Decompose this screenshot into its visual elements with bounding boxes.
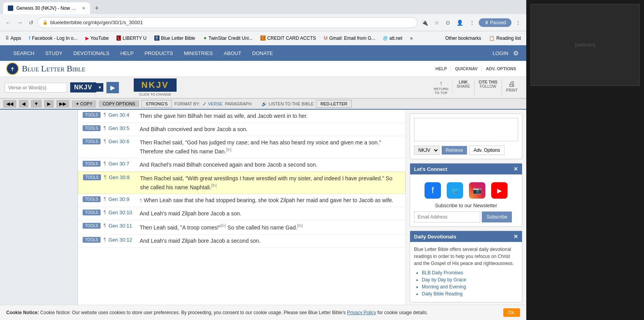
more-button[interactable]: ⋮ [467,18,477,27]
down-button[interactable]: ▼ [31,100,42,108]
tools-button-gen30-6[interactable]: TOOLS [83,139,101,144]
devotional-item-2[interactable]: Morning and Evening [422,284,518,290]
nkjv-subtitle[interactable]: CLICK TO CHANGE [134,92,177,96]
copy-options-button[interactable]: COPY OPTIONS [99,100,139,107]
verse-ref-gen30-7[interactable]: Gen 30:7 [108,161,140,167]
bookmark-liberty[interactable]: L LIBERTY U [114,34,149,42]
bookmark-apps[interactable]: ⠿ Apps [3,34,23,42]
nav-about[interactable]: ABOUT [218,45,247,61]
prev-page-button[interactable]: ◀ [19,100,28,108]
forward-button[interactable]: → [15,18,25,27]
bookmark-reading-list[interactable]: 📋 Reading list [487,34,523,42]
privacy-policy-link[interactable]: Privacy Policy [347,310,376,315]
verse-ref-gen30-4[interactable]: Gen 30:4 [108,112,140,118]
devotional-item-0[interactable]: BLB Daily Promises [422,270,518,276]
verse-format-active[interactable]: ✓ VERSE [202,101,223,107]
listen-button[interactable]: 🔊 LISTEN TO THE BIBLE [262,101,314,107]
nav-devotionals[interactable]: DEVOTIONALS [68,45,115,61]
subscribe-button[interactable]: Subscribe [482,212,512,222]
verse-ref-gen30-6[interactable]: Gen 30:6 [108,139,140,144]
bookmark-other[interactable]: Other bookmarks [443,34,483,42]
tools-button-gen30-10[interactable]: TOOLS [83,210,101,215]
verse-ref-gen30-8[interactable]: Gen 30:8 [109,174,140,180]
version-arrow[interactable]: ▾ [96,83,103,92]
version-selector[interactable]: NKJV ▾ [70,82,103,92]
first-page-button[interactable]: ◀◀ [3,100,16,108]
bookmark-twinstar[interactable]: ✦ TwinStar Credit Uni... [201,34,255,42]
version-select[interactable]: NKJV [414,146,439,155]
cookie-ok-button[interactable]: Ok. [503,308,520,317]
nav-study[interactable]: STUDY [40,45,68,61]
bookmark-gmail[interactable]: M Gmail: Email from G... [322,34,378,42]
cite-button[interactable]: CITE THIS FOLLOW [474,78,502,96]
tools-button-gen30-8[interactable]: TOOLS [83,174,101,180]
tab-close-button[interactable]: ✕ [82,6,85,11]
active-tab[interactable]: Genesis 30 (NKJV) - Now when... ✕ [3,2,90,14]
tools-button-gen30-11[interactable]: TOOLS [83,223,101,229]
daily-devotionals-close[interactable]: ✕ [513,233,518,240]
bookmark-facebook[interactable]: f Facebook - Log In o... [27,34,80,42]
listen-icon: 🔊 [262,101,267,107]
search-textarea[interactable] [414,118,518,141]
return-to-top-button[interactable]: ↑ RETURN TO TOP [430,78,453,96]
nav-donate[interactable]: DONATE [247,45,278,61]
quicknav-section[interactable]: QUICKNAV [451,66,482,72]
bookmark-creditcard[interactable]: C CREDIT CARD ACCTS [258,34,318,42]
devotional-item-1[interactable]: Day by Day by Grace [422,277,518,283]
tools-button-gen30-4[interactable]: TOOLS [83,112,101,118]
devotional-item-3[interactable]: Daily Bible Reading [422,291,518,297]
tools-button-gen30-7[interactable]: TOOLS [83,161,101,167]
address-bar[interactable]: 🔒 blueletterbible.org/nkjv/gen/30/1/s_30… [37,17,418,28]
verse-ref-gen30-11[interactable]: Gen 30:11 [108,223,140,229]
copy-button[interactable]: ✦ COPY [72,100,96,108]
paused-button[interactable]: ⏸ Paused [479,18,511,27]
chrome-menu-button[interactable]: ⋮ [513,18,523,27]
verse-search-input[interactable] [5,83,67,92]
ref-icon-gen30-9: ¶ [104,196,106,202]
verse-ref-gen30-10[interactable]: Gen 30:10 [108,210,140,215]
next-page-button[interactable]: ▶ [44,100,54,108]
bookmark-button[interactable]: ☆ [432,18,442,27]
retrieve-button[interactable]: Retrieve [442,146,467,155]
ref-icon-gen30-4: ¶ [104,112,106,117]
adv-options-button[interactable]: Adv. Options [469,146,504,155]
profile-button[interactable]: 👤 [454,18,465,27]
bookmark-youtube[interactable]: ▶ YouTube [83,34,111,42]
facebook-social-icon[interactable]: f [425,182,441,199]
bookmark-blb[interactable]: B Blue Letter Bible [152,34,198,42]
lets-connect-close[interactable]: ✕ [513,166,518,172]
nav-help[interactable]: HELP [115,45,139,61]
nav-search[interactable]: SEARCH [8,45,40,61]
verse-ref-gen30-9[interactable]: Gen 30:9 [108,196,140,202]
adv-options-section[interactable]: ADV. OPTIONS [482,66,520,72]
print-button[interactable]: 🖨 PRINT [502,78,522,96]
liberty-favicon: L [117,36,121,41]
verse-ref-gen30-5[interactable]: Gen 30:5 [108,125,140,131]
settings-icon[interactable]: ⚙ [513,50,518,57]
reload-button[interactable]: ↺ [27,18,36,27]
nav-ministries[interactable]: MINISTRIES [179,45,218,61]
twitter-social-icon[interactable]: 🐦 [447,182,463,199]
tools-button-gen30-9[interactable]: TOOLS [83,196,101,202]
strongs-button[interactable]: STRONG'S [142,100,172,108]
nav-products[interactable]: PRODUCTS [139,45,179,61]
new-tab-button[interactable]: + [90,2,104,14]
bookmark-more[interactable]: » [408,34,415,42]
login-button[interactable]: LOGIN [493,50,508,56]
tools-button-gen30-12[interactable]: TOOLS [83,237,101,243]
verse-ref-gen30-12[interactable]: Gen 30:12 [108,237,140,243]
email-input[interactable] [414,212,480,222]
back-button[interactable]: ← [3,18,13,27]
last-page-button[interactable]: ▶▶ [56,100,69,108]
bookmark-att[interactable]: @ att.net [381,34,405,42]
share-button[interactable]: LINK SHARE [453,78,474,96]
youtube-social-icon[interactable]: ▶ [491,182,508,199]
search-go-button[interactable]: ▶ [106,82,119,93]
red-letter-button[interactable]: RED-LETTER [316,100,352,108]
github-button[interactable]: ⊙ [443,18,453,27]
tools-button-gen30-5[interactable]: TOOLS [83,125,101,131]
instagram-social-icon[interactable]: 📷 [469,182,485,199]
paragraph-format-button[interactable]: PARAGRAPH [225,101,251,106]
help-section[interactable]: HELP [432,66,451,72]
extensions-button[interactable]: 🔌 [419,18,430,27]
